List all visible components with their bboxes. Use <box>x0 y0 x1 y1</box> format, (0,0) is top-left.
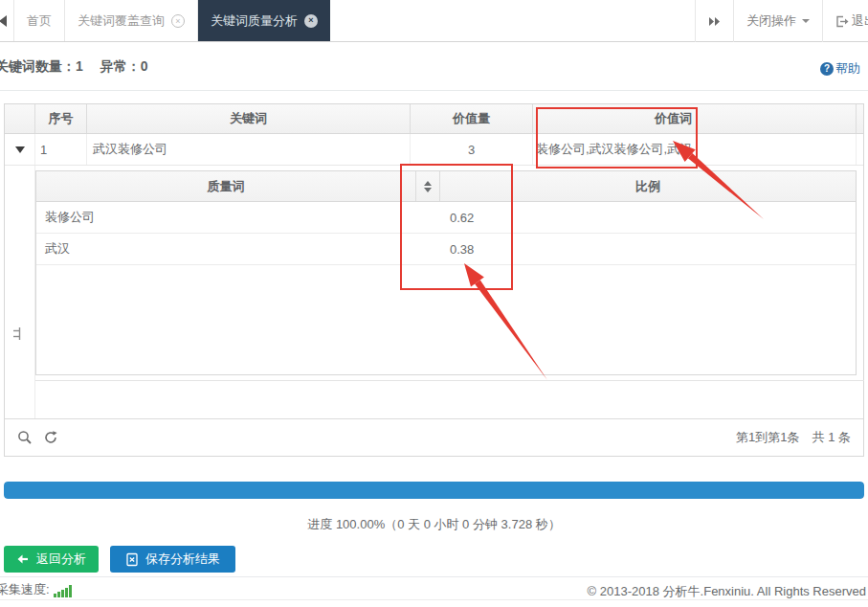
scroll-tabs-right-button[interactable] <box>695 0 733 42</box>
tab-keyword-quality-analysis[interactable]: 关键词质量分析 × <box>198 0 330 41</box>
help-link[interactable]: ? 帮助 <box>820 60 860 78</box>
signal-bars-icon <box>54 586 72 598</box>
tab-label: 关键词覆盖查询 <box>78 12 165 30</box>
cell-quality-word: 武汉 <box>36 234 416 264</box>
back-button-label: 返回分析 <box>36 551 86 568</box>
column-header-filler <box>857 104 863 133</box>
arrow-left-icon <box>16 552 30 566</box>
keyword-count-label: 关键词数量： <box>0 58 76 74</box>
tab-home[interactable]: 首页 <box>13 0 65 41</box>
progress-bar <box>4 482 864 499</box>
cell-keyword: 武汉装修公司 <box>87 134 411 165</box>
expander-column-header <box>5 104 35 133</box>
grid-pager: 第1到第1条 共 1 条 <box>5 418 863 456</box>
close-tab-icon[interactable]: × <box>171 14 185 28</box>
tab-bar: 首页 关键词覆盖查询 × 关键词质量分析 × 关闭操作 <box>0 0 868 42</box>
sign-out-icon <box>835 15 849 28</box>
search-icon[interactable] <box>17 430 33 445</box>
column-header-ratio[interactable]: 比例 <box>440 171 856 201</box>
close-actions-dropdown[interactable]: 关闭操作 <box>733 0 822 42</box>
tab-keyword-coverage-query[interactable]: 关键词覆盖查询 × <box>65 0 198 41</box>
copyright-text: © 2013-2018 分析牛.Fenxiniu. All Rights Res… <box>588 583 866 600</box>
close-actions-label: 关闭操作 <box>746 12 796 30</box>
column-header-value-count[interactable]: 价值量 <box>411 104 533 133</box>
back-to-analysis-button[interactable]: 返回分析 <box>4 546 99 573</box>
collapse-row-icon[interactable] <box>15 146 25 153</box>
help-label: 帮助 <box>835 60 860 78</box>
cell-filler <box>857 134 863 165</box>
list-item[interactable]: 武汉 0.38 <box>36 234 856 265</box>
save-button-label: 保存分析结果 <box>145 551 220 568</box>
cell-value-count: 3 <box>411 134 533 165</box>
footer: 采集速度: © 2013-2018 分析牛.Fenxiniu. All Righ… <box>0 576 868 600</box>
keyword-grid: 序号 关键词 价值量 价值词 1 武汉装修公司 3 装修公司,武汉装修公司,武汉 <box>4 103 864 457</box>
cell-quality-word: 装修公司 <box>36 202 416 233</box>
cell-ratio: 0.38 <box>440 234 856 264</box>
column-header-value-words[interactable]: 价值词 <box>533 104 857 133</box>
subgrid-header-row: 质量词 比例 <box>36 171 856 202</box>
chevron-down-icon <box>802 19 810 23</box>
summary-stats: 关键词数量：1 异常：0 <box>0 58 161 76</box>
row-expander-cell[interactable] <box>5 134 35 165</box>
panel-divider <box>0 90 868 91</box>
tab-label: 首页 <box>27 12 52 30</box>
tab-label: 关键词质量分析 <box>211 12 298 30</box>
pagination-status: 第1到第1条 共 1 条 <box>736 429 851 446</box>
column-header-index[interactable]: 序号 <box>35 104 87 133</box>
collection-speed: 采集速度: <box>0 581 72 598</box>
tabbar-right-controls: 关闭操作 退出 <box>695 0 868 42</box>
cell-sort-spacer <box>416 202 440 233</box>
subgrid-tree-icon[interactable] <box>11 326 26 341</box>
list-item[interactable]: 装修公司 0.62 <box>36 202 856 234</box>
exit-button[interactable]: 退出 <box>822 0 868 42</box>
cell-sort-spacer <box>416 234 440 264</box>
column-header-keyword[interactable]: 关键词 <box>87 104 411 133</box>
keyword-count-value: 1 <box>76 58 83 74</box>
grid-header-row: 序号 关键词 价值量 价值词 <box>5 104 863 134</box>
table-row[interactable]: 1 武汉装修公司 3 装修公司,武汉装修公司,武汉 <box>5 134 863 166</box>
excel-file-icon <box>125 552 139 567</box>
question-circle-icon: ? <box>820 62 834 76</box>
close-tab-icon[interactable]: × <box>304 14 318 28</box>
app-window: 首页 关键词覆盖查询 × 关键词质量分析 × 关闭操作 <box>0 0 868 607</box>
cell-ratio: 0.62 <box>440 202 856 233</box>
tab-list: 首页 关键词覆盖查询 × 关键词质量分析 × <box>13 0 330 41</box>
sort-arrows-icon[interactable] <box>424 181 432 192</box>
double-chevron-right-icon <box>708 16 721 27</box>
progress-bar-fill <box>4 482 864 499</box>
refresh-icon[interactable] <box>43 430 58 445</box>
exit-label: 退出 <box>852 12 868 30</box>
quality-word-subgrid: 质量词 比例 装修公司 0.62 武汉 0.38 <box>35 170 857 375</box>
progress-status-text: 进度 100.00%（0 天 0 小时 0 分钟 3.728 秒） <box>0 516 868 533</box>
speed-label: 采集速度: <box>0 581 50 598</box>
abnormal-value: 0 <box>141 58 148 74</box>
sort-column-header[interactable] <box>416 171 440 201</box>
cell-index: 1 <box>35 134 87 165</box>
subgrid-row-divider <box>35 380 864 381</box>
scroll-tabs-left-icon[interactable] <box>0 15 7 27</box>
cell-value-words: 装修公司,武汉装修公司,武汉 <box>533 134 857 165</box>
abnormal-label: 异常： <box>100 58 141 74</box>
column-header-quality-word[interactable]: 质量词 <box>36 171 416 201</box>
subgrid-gutter <box>5 166 35 420</box>
save-analysis-result-button[interactable]: 保存分析结果 <box>110 546 235 573</box>
